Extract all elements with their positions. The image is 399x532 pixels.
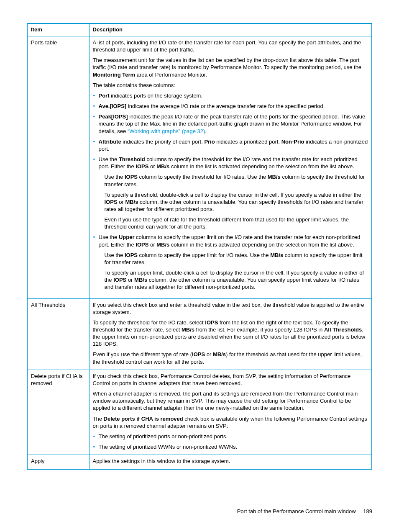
item-cell: Apply — [27, 455, 89, 470]
paragraph: If you select this check box and enter a… — [93, 301, 368, 316]
description-cell: Applies the settings in this window to t… — [89, 455, 372, 470]
description-cell: If you select this check box and enter a… — [89, 298, 372, 370]
footer-title: Port tab of the Performance Control main… — [237, 508, 356, 514]
list-item: Use the Threshold columns to specify the… — [93, 156, 368, 230]
list-item: Use the Upper columns to specify the upp… — [93, 234, 368, 290]
col-header-description: Description — [89, 23, 372, 36]
cross-reference-link[interactable]: “Working with graphs” (page 32) — [128, 128, 205, 134]
page-footer: Port tab of the Performance Control main… — [237, 508, 372, 514]
description-cell: If you check this check box, Performance… — [89, 370, 372, 455]
paragraph: The measurement unit for the values in t… — [93, 57, 368, 78]
paragraph: Even if you use the type of rate for the… — [99, 216, 368, 230]
row-ports-table: Ports table A list of ports, including t… — [27, 36, 372, 299]
bullet-list: The setting of prioritized ports or non-… — [93, 433, 368, 450]
description-cell: A list of ports, including the I/O rate … — [89, 36, 372, 299]
bullet-list: Port indicates ports on the storage syst… — [93, 92, 368, 291]
paragraph: A list of ports, including the I/O rate … — [93, 39, 368, 53]
list-item: Attribute indicates the priority of each… — [93, 138, 368, 152]
paragraph: The table contains these columns: — [93, 82, 368, 89]
col-header-item: Item — [27, 23, 89, 36]
page-number: 189 — [363, 508, 372, 514]
row-delete-ports: Delete ports if CHA is removed If you ch… — [27, 370, 372, 455]
list-item: Ave.[IOPS] indicates the average I/O rat… — [93, 103, 368, 110]
list-item: Peak[IOPS] indicates the peak I/O rate o… — [93, 113, 368, 134]
item-cell: Ports table — [27, 36, 89, 299]
paragraph: The Delete ports if CHA is removed check… — [93, 415, 368, 429]
row-all-thresholds: All Thresholds If you select this check … — [27, 298, 372, 370]
item-cell: Delete ports if CHA is removed — [27, 370, 89, 455]
document-page: Item Description Ports table A list of p… — [0, 0, 399, 532]
item-cell: All Thresholds — [27, 298, 89, 370]
definitions-table: Item Description Ports table A list of p… — [27, 23, 372, 470]
paragraph: To specify a threshold, double-click a c… — [99, 191, 368, 213]
list-item: The setting of prioritized ports or non-… — [93, 433, 368, 440]
row-apply: Apply Applies the settings in this windo… — [27, 455, 372, 470]
paragraph: Applies the settings in this window to t… — [93, 457, 368, 465]
paragraph: When a channel adapter is removed, the p… — [93, 390, 368, 411]
paragraph: To specify an upper limit, double-click … — [99, 269, 368, 290]
paragraph: If you check this check box, Performance… — [93, 373, 368, 387]
paragraph: Use the IOPS column to specify the upper… — [99, 252, 368, 266]
list-item: Port indicates ports on the storage syst… — [93, 92, 368, 99]
list-item: The setting of prioritized WWNs or non-p… — [93, 443, 368, 450]
paragraph: Even if you use the different type of ra… — [93, 351, 368, 365]
paragraph: Use the IOPS column to specify the thres… — [99, 173, 368, 188]
paragraph: To specify the threshold for the I/O rat… — [93, 319, 368, 348]
